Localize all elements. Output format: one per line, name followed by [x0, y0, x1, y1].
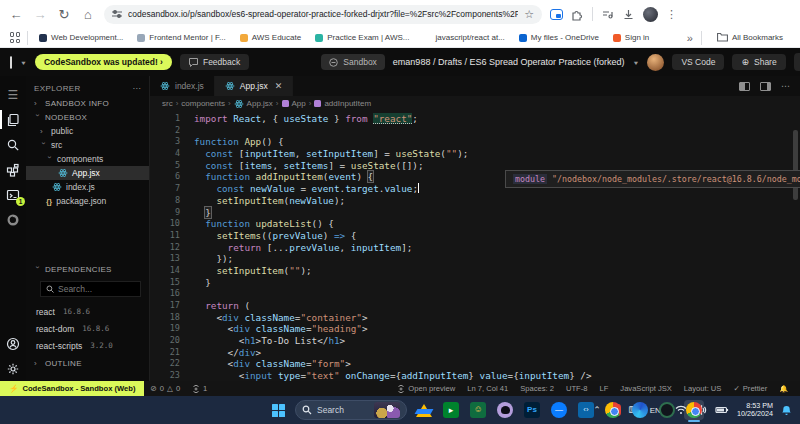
account-icon[interactable]: [0, 331, 26, 356]
statusbar-item-lf[interactable]: LF: [593, 384, 614, 393]
settings-gear-icon[interactable]: [0, 356, 26, 381]
feedback-button[interactable]: Feedback: [180, 54, 249, 70]
apps-grid-icon[interactable]: [10, 32, 21, 43]
breadcrumb-item[interactable]: App.jsx: [234, 99, 273, 109]
bookmark-item[interactable]: Web Development...: [32, 33, 130, 42]
dependency-row[interactable]: react-dom16.8.6: [26, 320, 149, 337]
forward-icon[interactable]: →: [32, 7, 48, 22]
bookmark-item[interactable]: My files - OneDrive: [512, 33, 606, 42]
code-line[interactable]: 9 }: [150, 207, 800, 219]
bookmark-item[interactable]: Practice Exam | AWS...: [308, 33, 416, 42]
tree-item-public[interactable]: ›public: [26, 124, 149, 138]
start-button[interactable]: [268, 400, 288, 420]
tab-appjsx[interactable]: App.jsx ✕: [215, 76, 293, 96]
media-controls-icon[interactable]: [601, 8, 614, 21]
code-line[interactable]: 22 <div className="form">: [150, 358, 800, 370]
workspace-icon[interactable]: [10, 56, 12, 69]
edge-icon[interactable]: [630, 400, 650, 420]
breadcrumb-item[interactable]: addInputItem: [314, 99, 371, 108]
tree-item-indexjs[interactable]: index.js: [26, 180, 149, 194]
breadcrumb[interactable]: src›components›App.jsx›App›addInputItem: [150, 96, 800, 111]
bookmark-star-icon[interactable]: ☆: [524, 8, 534, 21]
statusbar-brand-button[interactable]: ⚡ CodeSandbox - Sandbox (Web): [0, 381, 144, 396]
dependency-row[interactable]: react-scripts3.2.0: [26, 337, 149, 354]
statusbar-item-utf-8[interactable]: UTF-8: [560, 384, 594, 393]
tree-item-components[interactable]: ›components: [26, 152, 149, 166]
chrome-icon[interactable]: [603, 400, 623, 420]
code-line[interactable]: 10 function updateList() {: [150, 218, 800, 230]
browser-menu-icon[interactable]: ⋮: [666, 8, 677, 21]
section-outline[interactable]: ›OUTLINE: [26, 356, 149, 370]
code-line[interactable]: 11 setItems((prevValue) => {: [150, 230, 800, 242]
code-line[interactable]: 3function App() {: [150, 136, 800, 148]
statusbar-item-prettier[interactable]: ✓Prettier: [727, 384, 773, 393]
statusbar-bell-icon[interactable]: 🔔: [773, 385, 794, 393]
code-line[interactable]: 12 return [...prevValue, inputItem];: [150, 242, 800, 254]
code-line[interactable]: 13 });: [150, 253, 800, 265]
tree-item-appjsx[interactable]: App.jsx: [26, 166, 149, 180]
user-avatar[interactable]: [647, 54, 664, 71]
code-line[interactable]: 4 const [inputItem, setInputItem] = useS…: [150, 148, 800, 160]
project-chevron-icon[interactable]: ▼: [632, 59, 639, 65]
all-bookmarks-button[interactable]: All Bookmarks: [710, 33, 790, 42]
code-line[interactable]: 15 }: [150, 277, 800, 289]
statusbar-item-open-preview[interactable]: Open preview: [391, 384, 461, 393]
split-editor-icon[interactable]: [739, 82, 750, 91]
code-line[interactable]: 8 setInputItem(newValue);: [150, 195, 800, 207]
statusbar-item-layout-us[interactable]: Layout: US: [678, 384, 728, 393]
code-line[interactable]: 1import React, { useState } from "react"…: [150, 113, 800, 125]
code-line[interactable]: 20 <h1>To-Do List</h1>: [150, 335, 800, 347]
explorer-more-icon[interactable]: ⋯: [133, 84, 141, 93]
statusbar-item-spaces-2[interactable]: Spaces: 2: [514, 384, 560, 393]
browser-profile-avatar[interactable]: [643, 7, 658, 22]
picture-in-picture-icon[interactable]: [550, 9, 563, 20]
code-line[interactable]: 18 <div className="container">: [150, 312, 800, 324]
code-line[interactable]: 2: [150, 125, 800, 137]
breadcrumb-item[interactable]: components: [181, 99, 225, 108]
code-line[interactable]: 17 return (: [150, 300, 800, 312]
breadcrumb-item[interactable]: App: [282, 99, 306, 108]
github-icon[interactable]: [0, 207, 26, 232]
bookmark-item[interactable]: AWS Educate: [233, 33, 309, 42]
section-nodebox[interactable]: ›NODEBOX: [26, 110, 149, 124]
downloads-icon[interactable]: [622, 8, 635, 21]
fork-button[interactable]: Fork ▼: [794, 53, 800, 71]
project-breadcrumb[interactable]: eman988 / Drafts / ES6 Spread Operator P…: [393, 57, 625, 67]
ports-indicator[interactable]: 1: [186, 384, 213, 393]
vscode-button[interactable]: VS Code: [672, 54, 724, 70]
share-button[interactable]: ⊕ Share: [732, 54, 785, 70]
github-app-icon[interactable]: [495, 400, 515, 420]
messenger-app-icon[interactable]: [549, 400, 569, 420]
menu-icon[interactable]: ☰: [0, 82, 26, 107]
dark-app-icon[interactable]: [657, 400, 677, 420]
section-dependencies[interactable]: ›DEPENDENCIES: [26, 262, 149, 276]
tree-item-src[interactable]: ›src: [26, 138, 149, 152]
back-icon[interactable]: ←: [8, 7, 24, 22]
terminal-icon[interactable]: 1: [0, 182, 26, 207]
search-icon[interactable]: [0, 132, 26, 157]
photoshop-icon[interactable]: Ps: [522, 400, 542, 420]
statusbar-item-javascript-jsx[interactable]: JavaScript JSX: [614, 384, 678, 393]
workspace-chevron-icon[interactable]: ▼: [20, 59, 27, 65]
notification-bell-icon[interactable]: [781, 405, 792, 416]
google-meet-icon[interactable]: [441, 400, 461, 420]
taskbar-clock[interactable]: 8:53 PM 10/26/2024: [737, 402, 773, 419]
google-classroom-icon[interactable]: [468, 400, 488, 420]
editor-more-icon[interactable]: ⋯: [781, 81, 790, 91]
site-settings-icon[interactable]: [112, 9, 122, 19]
updated-banner-button[interactable]: CodeSandbox was updated! ›: [35, 54, 172, 70]
editor-scrollbar[interactable]: [793, 130, 798, 200]
reload-icon[interactable]: ↻: [56, 7, 72, 22]
tab-close-icon[interactable]: ✕: [275, 81, 283, 91]
code-line[interactable]: 21 </div>: [150, 347, 800, 359]
url-bar[interactable]: codesandbox.io/p/sandbox/es6-spread-oper…: [104, 5, 542, 24]
bookmark-item[interactable]: Sign in: [606, 33, 656, 42]
extensions-puzzle-icon[interactable]: [571, 8, 584, 21]
code-editor[interactable]: 1import React, { useState } from "react"…: [150, 111, 800, 381]
statusbar-item-ln-7-col-41[interactable]: Ln 7, Col 41: [461, 384, 514, 393]
section-sandbox-info[interactable]: ›SANDBOX INFO: [26, 96, 149, 110]
dependency-row[interactable]: react16.8.6: [26, 303, 149, 320]
dependencies-search-input[interactable]: Search...: [40, 281, 141, 297]
devtools-icon[interactable]: [0, 157, 26, 182]
bookmark-item[interactable]: javascript/react at...: [416, 33, 511, 42]
